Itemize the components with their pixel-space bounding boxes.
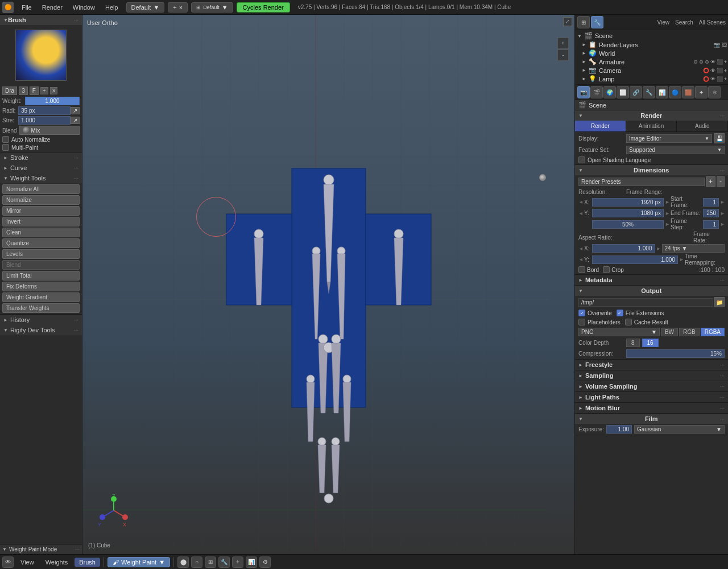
tool-btn-fix-deforms[interactable]: Fix Deforms — [2, 282, 80, 291]
history-header[interactable]: ► History ··· — [0, 315, 82, 325]
menu-file[interactable]: File — [17, 3, 36, 12]
multi-paint-row[interactable]: Multi-Paint — [2, 144, 80, 151]
blender-icon[interactable]: 🟠 — [2, 2, 14, 13]
bottom-extra-2-icon[interactable]: 📊 — [246, 556, 257, 568]
curve-header[interactable]: ► Curve ··· — [0, 163, 82, 173]
feature-set-dropdown[interactable]: Supported ▼ — [626, 146, 725, 154]
bottom-tool-icon[interactable]: 🔧 — [218, 556, 230, 568]
bottom-tab-weights[interactable]: Weights — [41, 558, 73, 567]
prop-physics-icon[interactable]: ⚛ — [708, 86, 721, 98]
tab-audio[interactable]: Audio — [677, 121, 728, 131]
weight-value[interactable]: 1.000 — [25, 97, 80, 105]
prop-world-icon[interactable]: 🌍 — [603, 86, 616, 98]
cam-circle-icon[interactable]: ⭕ — [703, 68, 709, 73]
rpanel-properties-btn[interactable]: 🔧 — [591, 16, 603, 28]
frame-step-field[interactable]: 1 — [703, 220, 719, 229]
freestyle-section-header[interactable]: ► Freestyle ··· — [575, 360, 728, 370]
render-engine-selector[interactable]: Cycles Render — [237, 2, 290, 13]
res-x-field[interactable]: 1920 px — [592, 198, 664, 207]
rpanel-view-btn[interactable]: ⊞ — [577, 16, 590, 28]
tree-item-world[interactable]: ► 🌍 World — [575, 49, 728, 57]
menu-window[interactable]: Window — [68, 3, 100, 12]
tree-item-lamp[interactable]: ► 💡 Lamp ⭕ 👁 ⬛ + — [575, 75, 728, 83]
rpanel-search-label[interactable]: Search — [675, 19, 693, 26]
prop-object-icon[interactable]: ⬜ — [617, 86, 629, 98]
overwrite-checkbox[interactable]: ✓ — [578, 310, 585, 316]
dimensions-header[interactable]: ▼ Dimensions ··· — [575, 165, 728, 175]
tool-btn-blend[interactable]: Blend — [2, 260, 80, 270]
cache-result-checkbox[interactable] — [625, 319, 632, 325]
lamp-circle-icon[interactable]: ⭕ — [703, 76, 709, 82]
crop-checkbox[interactable] — [603, 266, 610, 273]
arm-eye-icon[interactable]: 👁 — [710, 59, 715, 65]
menu-help[interactable]: Help — [101, 3, 123, 12]
tree-item-scene[interactable]: ▼ 🎬 Scene — [575, 31, 728, 40]
presets-minus-btn[interactable]: - — [717, 176, 725, 187]
menu-render[interactable]: Render — [38, 3, 67, 12]
bottom-extra-3-icon[interactable]: ⚙ — [259, 556, 271, 568]
compression-field[interactable]: 15% — [626, 349, 725, 358]
output-header[interactable]: ▼ Output ··· — [575, 286, 728, 296]
radi-btn[interactable]: ↗ — [71, 107, 80, 114]
tool-btn-clean[interactable]: Clean — [2, 228, 80, 237]
bottom-circle-1-icon[interactable]: ⬤ — [177, 556, 189, 568]
bottom-grid-icon[interactable]: ⊞ — [205, 556, 216, 568]
tool-btn-quantize[interactable]: Quantize — [2, 238, 80, 248]
prop-modifier-icon[interactable]: 🔧 — [643, 86, 655, 98]
shading-checkbox[interactable] — [578, 156, 585, 163]
prop-scene-icon[interactable]: 🎬 — [590, 86, 603, 98]
remove-btn[interactable]: × — [50, 87, 58, 94]
light-paths-header[interactable]: ► Light Paths ··· — [575, 392, 728, 403]
tool-btn-weight-gradient[interactable]: Weight Gradient — [2, 292, 80, 302]
blend-mode-btn[interactable]: Mix — [19, 126, 80, 135]
output-folder-btn[interactable]: 📁 — [714, 297, 725, 307]
cd-16-btn[interactable]: 16 — [642, 339, 659, 347]
bottom-tab-brush[interactable]: Brush — [75, 558, 100, 567]
tree-item-camera[interactable]: ► 📷 Camera ⭕ 👁 ⬛ + — [575, 66, 728, 75]
bottom-viewport-icon[interactable]: 👁 — [2, 556, 14, 568]
lamp-eye-icon[interactable]: 👁 — [710, 76, 715, 82]
tool-btn-limit-total[interactable]: Limit Total — [2, 271, 80, 281]
render-section-header[interactable]: ▼ Render ··· — [575, 110, 728, 121]
three-btn[interactable]: 3 — [19, 86, 28, 95]
metadata-section-header[interactable]: ► Metadata ··· — [575, 275, 728, 286]
weight-tools-header[interactable]: ▼ Weight Tools ··· — [0, 173, 82, 183]
auto-normalize-row[interactable]: Auto Normalize — [2, 136, 80, 143]
rgb-btn[interactable]: RGB — [679, 328, 700, 336]
viewport[interactable]: User Ortho + - ⤢ X Y Z (1) Cube — [82, 15, 574, 554]
tool-btn-normalize[interactable]: Normalize — [2, 195, 80, 205]
prop-data-icon[interactable]: 📊 — [656, 86, 668, 98]
arm-extra-icon[interactable]: + — [724, 59, 727, 65]
lamp-extra-icon[interactable]: + — [724, 76, 727, 82]
expand-viewport-btn[interactable]: ⤢ — [563, 17, 572, 26]
presets-plus-btn[interactable]: + — [706, 176, 715, 187]
gaussian-dropdown[interactable]: Gaussian ▼ — [634, 425, 725, 434]
bottom-tab-view[interactable]: View — [16, 558, 39, 567]
tool-btn-levels[interactable]: Levels — [2, 249, 80, 259]
prop-particles-icon[interactable]: ✦ — [695, 86, 708, 98]
film-header[interactable]: ▼ Film ··· — [575, 414, 728, 424]
display-save-btn[interactable]: 💾 — [714, 133, 725, 143]
rigify-header[interactable]: ▼ Rigify Dev Tools ··· — [0, 325, 82, 335]
scene-workspace[interactable]: + × — [168, 2, 188, 13]
radi-field[interactable]: 35 px — [18, 106, 71, 115]
render-presets-field[interactable]: Render Presets — [578, 178, 705, 186]
tab-animation[interactable]: Animation — [626, 121, 677, 131]
output-path-field[interactable]: /tmp/ — [578, 298, 713, 307]
display-dropdown[interactable]: Image Editor ▼ — [626, 134, 712, 143]
percent-field[interactable]: 50% — [592, 220, 664, 229]
lamp-render-icon[interactable]: ⬛ — [717, 76, 723, 82]
arm-ctrl1-icon[interactable]: ⚙ — [693, 59, 698, 65]
prop-render-icon[interactable]: 📷 — [577, 86, 590, 98]
arm-ctrl2-icon[interactable]: ⚙ — [699, 59, 704, 65]
stroke-header[interactable]: ► Stroke ··· — [0, 152, 82, 163]
stre-field[interactable]: 1.000 — [18, 116, 71, 125]
prop-constraint-icon[interactable]: 🔗 — [630, 86, 642, 98]
frame-rate-dropdown[interactable]: 24 fps ▼ — [662, 244, 725, 253]
bottom-extra-1-icon[interactable]: + — [232, 556, 243, 568]
tool-btn-transfer-weights[interactable]: Transfer Weights — [2, 303, 80, 313]
brush-header[interactable]: ▼ Brush ··· — [0, 15, 82, 25]
tool-btn-normalize-all[interactable]: Normalize All — [2, 184, 80, 194]
sampling-section-header[interactable]: ► Sampling ··· — [575, 370, 728, 381]
zoom-out-btn[interactable]: - — [557, 50, 569, 61]
